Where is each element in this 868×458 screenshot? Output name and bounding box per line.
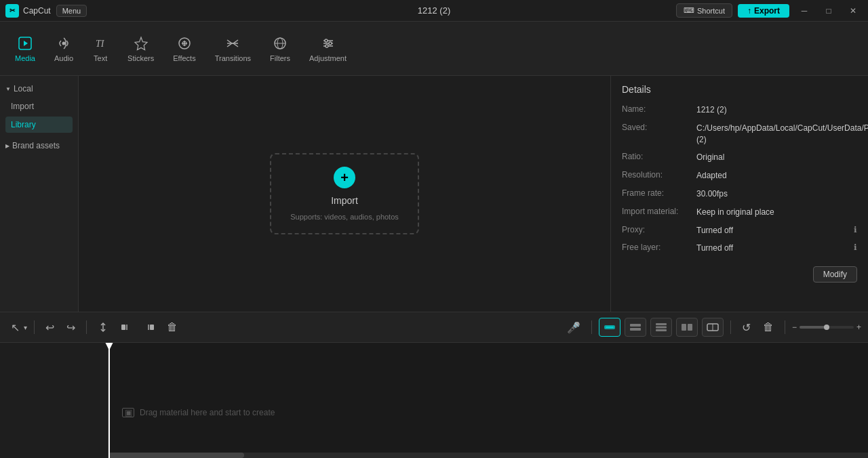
title-right: ⌨ Shortcut ↑ Export ─ □ ✕ xyxy=(676,3,863,18)
shortcut-button[interactable]: ⌨ Shortcut xyxy=(676,3,732,18)
drag-hint: ▣ Drag material here and start to create xyxy=(122,408,275,417)
separator-5 xyxy=(785,320,785,334)
trash-button[interactable]: 🗑 xyxy=(759,318,778,336)
ratio-label: Ratio: xyxy=(622,152,696,161)
modify-button[interactable]: Modify xyxy=(813,266,857,283)
toolbar-item-adjustment[interactable]: Adjustment xyxy=(300,31,356,66)
project-title: 1212 (2) xyxy=(418,5,450,16)
effects-label: Effects xyxy=(173,54,195,62)
track-type-4-button[interactable] xyxy=(676,318,698,337)
zoom-in-icon[interactable]: + xyxy=(856,322,861,332)
svg-rect-28 xyxy=(688,324,692,331)
svg-rect-22 xyxy=(630,324,641,327)
sidebar-local-header[interactable]: ▼ Local xyxy=(0,81,78,96)
delete-button[interactable]: 🗑 xyxy=(163,318,182,336)
sidebar-import-button[interactable]: Import xyxy=(5,98,73,114)
stickers-label: Stickers xyxy=(127,54,154,62)
microphone-button[interactable]: 🎤 xyxy=(563,318,585,337)
import-drop-zone[interactable]: + Import Supports: videos, audios, photo… xyxy=(270,153,419,234)
toolbar-item-media[interactable]: Media xyxy=(5,31,45,66)
svg-rect-18 xyxy=(150,325,154,330)
name-value: 1212 (2) xyxy=(696,104,857,116)
resolution-label: Resolution: xyxy=(622,170,696,180)
name-label: Name: xyxy=(622,104,696,114)
saved-value: C:/Users/hp/AppData/Local/CapCut/UserDat… xyxy=(696,123,868,146)
detail-ratio-row: Ratio: Original xyxy=(622,152,857,163)
zoom-thumb[interactable] xyxy=(824,325,829,330)
split-button[interactable] xyxy=(94,319,113,335)
detail-import-material-row: Import material: Keep in original place xyxy=(622,207,857,218)
detail-proxy-row: Proxy: Turned off ℹ xyxy=(622,225,857,236)
separator-3 xyxy=(591,320,592,334)
timeline-right-tools: 🎤 xyxy=(563,318,861,337)
saved-label: Saved: xyxy=(622,123,696,132)
timeline-main[interactable]: ▣ Drag material here and start to create xyxy=(108,343,868,458)
free-layer-value: Turned off xyxy=(696,243,851,254)
close-button[interactable]: ✕ xyxy=(844,4,863,18)
export-icon: ↑ xyxy=(747,6,751,16)
audio-label: Audio xyxy=(54,54,73,62)
toolbar-item-effects[interactable]: Effects xyxy=(163,31,205,66)
effects-icon xyxy=(176,35,193,51)
screen-type-button[interactable] xyxy=(702,318,724,337)
toolbar-item-filters[interactable]: Filters xyxy=(260,31,300,66)
timeline-track-labels xyxy=(0,343,108,458)
sidebar-brand-assets-header[interactable]: ▶ Brand assets xyxy=(0,138,78,153)
scrollbar-thumb[interactable] xyxy=(108,453,244,458)
track-type-1-button[interactable] xyxy=(599,318,620,337)
details-title: Details xyxy=(622,84,857,95)
undo-button[interactable]: ↩ xyxy=(41,318,58,337)
cursor-tool-button[interactable]: ↖ xyxy=(7,318,24,337)
keyboard-icon: ⌨ xyxy=(684,6,694,15)
menu-button[interactable]: Menu xyxy=(56,5,87,17)
arrow-icon-2: ▶ xyxy=(5,143,9,149)
cursor-dropdown[interactable]: ▾ xyxy=(24,324,27,331)
undo2-button[interactable]: ↺ xyxy=(738,318,755,337)
svg-rect-21 xyxy=(606,327,614,328)
media-icon xyxy=(17,35,33,51)
svg-rect-26 xyxy=(656,329,667,331)
cursor-tool-area[interactable]: ↖ ▾ xyxy=(7,318,27,337)
proxy-info-icon: ℹ xyxy=(854,225,857,234)
sidebar: ▼ Local Import Library ▶ Brand assets xyxy=(0,76,79,312)
delete-left-button[interactable] xyxy=(117,319,136,335)
zoom-out-icon[interactable]: − xyxy=(792,322,797,332)
svg-rect-27 xyxy=(682,324,686,331)
toolbar-item-text[interactable]: TIText xyxy=(83,31,118,66)
media-label: Media xyxy=(15,54,35,62)
minimize-button[interactable]: ─ xyxy=(795,4,814,18)
track-type-2-button[interactable] xyxy=(625,318,646,337)
details-panel: Details Name: 1212 (2) Saved: C:/Users/h… xyxy=(610,76,868,312)
separator-1 xyxy=(34,320,35,334)
text-label: Text xyxy=(94,54,107,62)
playhead xyxy=(108,343,110,458)
import-plus-icon: + xyxy=(334,167,355,188)
delete-right-button[interactable] xyxy=(140,319,159,335)
track-type-3-button[interactable] xyxy=(650,318,672,337)
detail-saved-row: Saved: C:/Users/hp/AppData/Local/CapCut/… xyxy=(622,123,857,146)
import-sublabel: Supports: videos, audios, photos xyxy=(290,213,399,221)
toolbar-item-audio[interactable]: Audio xyxy=(45,31,83,66)
zoom-slider[interactable] xyxy=(800,326,854,329)
free-layer-info-icon: ℹ xyxy=(854,243,857,252)
import-material-value: Keep in original place xyxy=(696,207,857,218)
horizontal-scrollbar[interactable] xyxy=(108,453,868,458)
sidebar-library-button[interactable]: Library xyxy=(5,117,73,133)
frame-rate-label: Frame rate: xyxy=(622,188,696,198)
app-name: CapCut xyxy=(23,6,51,16)
maximize-button[interactable]: □ xyxy=(819,4,838,18)
redo-button[interactable]: ↪ xyxy=(62,318,79,337)
proxy-label: Proxy: xyxy=(622,225,696,234)
separator-2 xyxy=(86,320,87,334)
export-button[interactable]: ↑ Export xyxy=(738,4,789,18)
svg-text:TI: TI xyxy=(96,39,105,49)
adjustment-label: Adjustment xyxy=(309,54,347,62)
text-icon: TI xyxy=(92,35,108,51)
toolbar-item-transitions[interactable]: Transitions xyxy=(205,31,260,66)
svg-point-13 xyxy=(329,42,332,45)
proxy-value: Turned off xyxy=(696,225,851,236)
toolbar-item-stickers[interactable]: Stickers xyxy=(118,31,163,66)
detail-freelayer-row: Free layer: Turned off ℹ xyxy=(622,243,857,254)
drag-hint-icon: ▣ xyxy=(122,408,134,417)
svg-point-14 xyxy=(326,45,328,47)
